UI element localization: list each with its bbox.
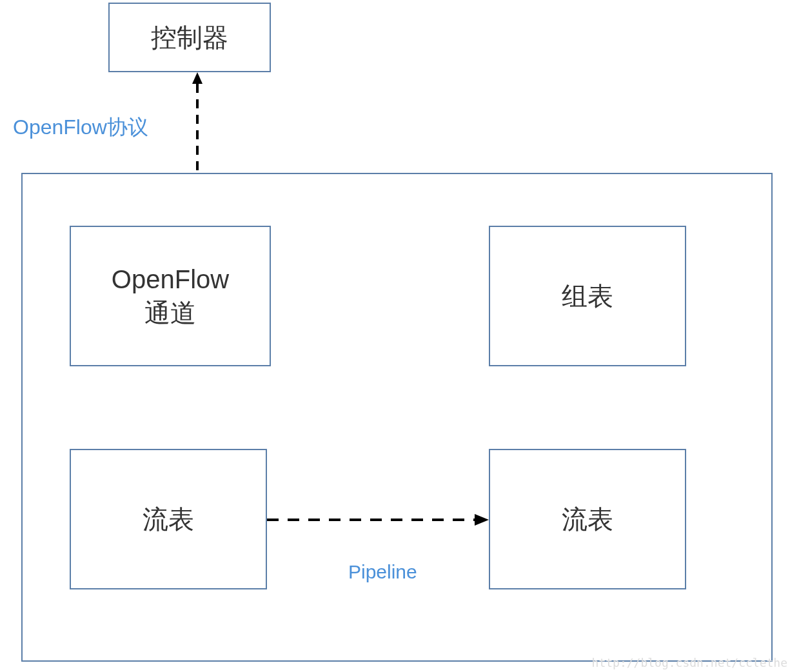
- flow-table-1-label: 流表: [143, 502, 194, 536]
- group-table-label: 组表: [562, 279, 613, 313]
- svg-marker-5: [475, 514, 489, 526]
- flow-table-2-box: 流表: [489, 449, 686, 589]
- channel-label-line1: OpenFlow: [112, 262, 229, 296]
- controller-box: 控制器: [108, 3, 271, 72]
- flow-table-2-label: 流表: [562, 502, 613, 536]
- pipeline-label: Pipeline: [348, 561, 417, 583]
- controller-label: 控制器: [151, 21, 228, 54]
- channel-label-line2: 通道: [144, 296, 196, 330]
- group-table-box: 组表: [489, 226, 686, 366]
- svg-marker-2: [192, 72, 202, 84]
- openflow-protocol-label: OpenFlow协议: [13, 114, 148, 142]
- flow-table-1-box: 流表: [70, 449, 267, 589]
- watermark-text: http://blog.csdn.net/cclethe: [592, 656, 787, 669]
- arrow-flowtable1-flowtable2: [267, 513, 489, 526]
- openflow-channel-box: OpenFlow 通道: [70, 226, 271, 366]
